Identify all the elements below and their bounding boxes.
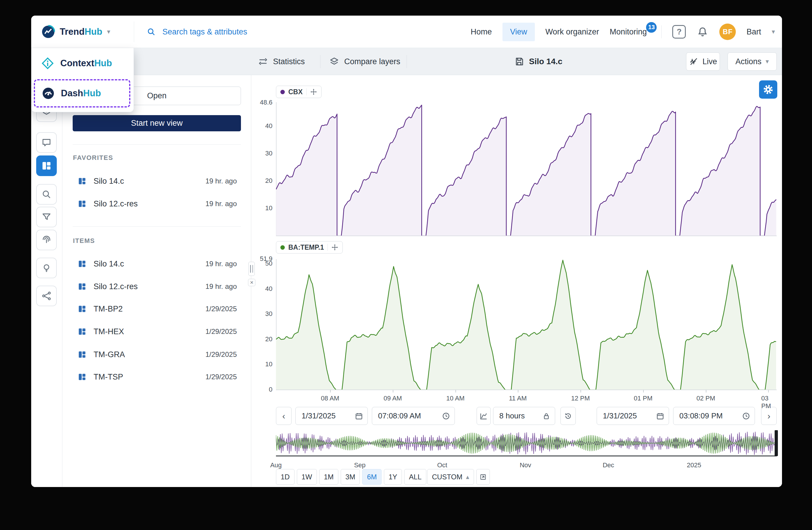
actions-button[interactable]: Actions ▾ — [728, 52, 777, 71]
sidebar-connections-button[interactable] — [36, 285, 57, 306]
x-baseline — [276, 390, 777, 390]
clock-icon[interactable] — [742, 412, 751, 420]
y-axis-label: 40 — [251, 285, 273, 293]
network-icon — [41, 291, 52, 301]
clock-icon[interactable] — [441, 412, 450, 420]
panel-resize-handle[interactable] — [248, 262, 255, 276]
favorite-row[interactable]: Silo 14.c 19 hr. ago — [62, 171, 251, 191]
range-button-1y[interactable]: 1Y — [384, 469, 402, 485]
menu-item-contexthub[interactable]: ContextHub — [41, 55, 112, 72]
overview-month-label: Oct — [437, 461, 447, 469]
nav-home[interactable]: Home — [471, 27, 492, 37]
sidebar-idea-button[interactable] — [36, 257, 57, 278]
live-toggle-button[interactable]: Live — [686, 52, 720, 71]
sidebar-filter-button[interactable] — [36, 207, 57, 227]
menu-item-dashhub[interactable]: DashHub — [42, 86, 101, 100]
collapse-timebar-button[interactable] — [476, 469, 490, 485]
search-placeholder: Search tags & attributes — [162, 27, 247, 37]
list-item[interactable]: TM-GRA 1/29/2025 — [62, 345, 251, 364]
save-icon[interactable] — [514, 57, 524, 67]
avatar[interactable]: BF — [719, 24, 736, 40]
trend-chart-ba-temp1[interactable] — [276, 259, 777, 390]
range-button-1m[interactable]: 1M — [319, 469, 338, 485]
row-time: 19 hr. ago — [205, 260, 237, 268]
global-search[interactable]: Search tags & attributes — [146, 16, 247, 48]
custom-range-label: CUSTOM — [432, 473, 463, 481]
user-menu-chevron-icon[interactable]: ▾ — [772, 28, 775, 36]
list-item[interactable]: Silo 14.c 19 hr. ago — [62, 254, 251, 274]
nav-monitoring[interactable]: Monitoring13 — [610, 27, 647, 37]
range-button-3m[interactable]: 3M — [341, 469, 360, 485]
duration-input[interactable]: 8 hours — [493, 407, 555, 425]
row-time: 19 hr. ago — [205, 177, 237, 185]
series-legend-cbx[interactable]: CBX — [276, 86, 322, 98]
overview-timeline[interactable] — [276, 430, 777, 456]
sidebar-comments-button[interactable] — [36, 132, 57, 153]
list-item[interactable]: Silo 12.c-res 19 hr. ago — [62, 277, 251, 296]
list-item[interactable]: TM-BP2 1/29/2025 — [62, 299, 251, 319]
sidebar-fingerprint-button[interactable] — [36, 230, 57, 250]
app-switcher-chevron-icon[interactable]: ▾ — [107, 28, 110, 36]
row-name: Silo 12.c-res — [93, 282, 138, 291]
y-axis-label: 40 — [251, 122, 273, 130]
calendar-icon[interactable] — [354, 412, 363, 420]
series-color-dot — [280, 90, 285, 94]
row-name: TM-GRA — [93, 350, 125, 359]
help-button[interactable]: ? — [672, 25, 686, 39]
lock-icon[interactable] — [542, 412, 551, 420]
row-name: TM-TSP — [93, 373, 123, 381]
panel-collapse-button[interactable]: × — [248, 279, 255, 286]
x-axis-tick — [330, 390, 331, 392]
row-name: TM-HEX — [93, 327, 124, 336]
header-nav: Home View Work organizer Monitoring13 ? … — [471, 16, 775, 48]
trend-chart-cbx[interactable] — [276, 89, 777, 236]
y-axis-label: 20 — [251, 335, 273, 343]
sidebar-search-button[interactable] — [36, 184, 57, 205]
row-name: Silo 14.c — [93, 177, 124, 186]
list-item[interactable]: TM-HEX 1/29/2025 — [62, 322, 251, 341]
range-button-6m[interactable]: 6M — [362, 469, 381, 485]
interpolation-button[interactable] — [477, 407, 491, 425]
overview-month-label: Sep — [354, 461, 365, 469]
comment-icon — [41, 137, 52, 148]
start-date-input[interactable]: 1/31/2025 — [295, 407, 368, 425]
range-button-all[interactable]: ALL — [404, 469, 426, 485]
move-icon[interactable] — [310, 88, 317, 95]
range-button-1w[interactable]: 1W — [297, 469, 317, 485]
label-primary: Context — [60, 58, 94, 68]
start-time-value: 07:08:09 AM — [378, 412, 421, 420]
compare-layers-label: Compare layers — [344, 57, 401, 66]
list-item[interactable]: TM-TSP 1/29/2025 — [62, 367, 251, 387]
custom-range-button[interactable]: CUSTOM ▴ — [427, 469, 474, 485]
row-time: 1/29/2025 — [205, 327, 237, 336]
user-name[interactable]: Bart — [746, 27, 761, 37]
series-legend-ba-temp1[interactable]: BA:TEMP.1 — [276, 241, 343, 253]
nav-work-organizer[interactable]: Work organizer — [546, 27, 599, 37]
sidebar-views-button[interactable] — [36, 155, 57, 176]
view-toolbar: Statistics Compare layers Silo 14.c Live… — [31, 48, 782, 75]
nav-view[interactable]: View — [503, 23, 535, 41]
calendar-icon[interactable] — [656, 412, 665, 420]
history-button[interactable] — [561, 407, 576, 425]
app-logo[interactable]: TrendHub ▾ — [42, 16, 110, 48]
favorite-row[interactable]: Silo 12.c-res 19 hr. ago — [62, 194, 251, 213]
end-date-input[interactable]: 1/31/2025 — [597, 407, 669, 425]
range-button-1d[interactable]: 1D — [276, 469, 294, 485]
start-new-view-button[interactable]: Start new view — [73, 115, 241, 131]
x-axis-tick — [455, 390, 456, 392]
statistics-button[interactable]: Statistics — [258, 48, 305, 75]
overview-range-handle[interactable] — [774, 430, 778, 456]
trendhub-logo-icon — [42, 25, 55, 39]
x-axis-tick — [643, 390, 644, 392]
end-time-value: 03:08:09 PM — [679, 412, 723, 420]
end-time-input[interactable]: 03:08:09 PM — [673, 407, 755, 425]
notifications-bell-icon[interactable] — [696, 26, 709, 38]
compare-layers-button[interactable]: Compare layers — [329, 48, 401, 75]
x-axis-label: 02 PM — [696, 394, 715, 402]
view-item-icon — [78, 305, 87, 313]
step-back-button[interactable]: ‹ — [276, 407, 292, 425]
start-time-input[interactable]: 07:08:09 AM — [372, 407, 455, 425]
move-icon[interactable] — [331, 244, 338, 251]
row-time: 19 hr. ago — [205, 282, 237, 291]
views-icon — [41, 161, 52, 171]
